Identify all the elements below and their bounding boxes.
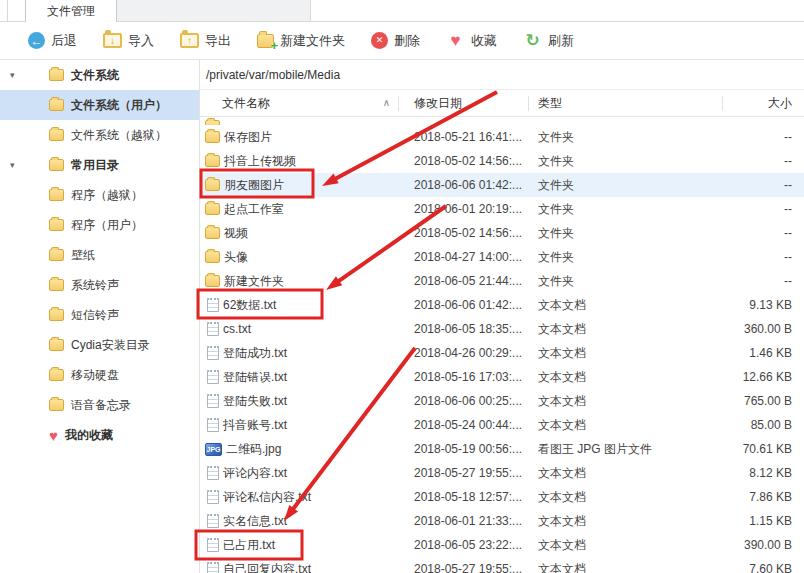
sidebar-item-apps-jailbreak[interactable]: 程序（越狱） [0, 180, 199, 210]
table-row[interactable]: JPG二维码.jpg2018-05-19 00:56:...看图王 JPG 图片… [200, 437, 804, 461]
file-name: 朋友圈图片 [224, 177, 284, 194]
column-header-size[interactable]: 大小 [722, 90, 804, 117]
column-header-date[interactable]: 修改日期 [398, 90, 528, 117]
back-label: 后退 [51, 32, 77, 50]
file-date-cell: 2018-06-05 18:35:... [398, 322, 528, 336]
file-date-cell: 2018-05-21 16:41:... [398, 130, 528, 144]
file-name-cell: 朋友圈图片 [200, 177, 398, 194]
folder-icon [205, 275, 220, 287]
file-name-cell: 评论内容.txt [200, 465, 398, 482]
sidebar-item-my-favorites[interactable]: ♥我的收藏 [0, 420, 199, 450]
tab-file-management[interactable]: 文件管理 [25, 0, 117, 22]
file-size-cell: 8.12 KB [722, 466, 804, 480]
export-label: 导出 [205, 32, 231, 50]
file-date-cell: 2018-06-06 01:42:... [398, 178, 528, 192]
sidebar-item-voice-memos[interactable]: 语音备忘录 [0, 390, 199, 420]
table-row[interactable]: 登陆错误.txt2018-05-16 17:03:...文本文档12.66 KB [200, 365, 804, 389]
sidebar-item-common-dirs[interactable]: ▾常用目录 [0, 150, 199, 180]
file-name: cs.txt [223, 322, 251, 336]
file-name: 新建文件夹 [224, 273, 284, 290]
folder-icon [49, 69, 64, 81]
back-icon: ← [28, 32, 45, 49]
table-row[interactable]: 评论私信内容.txt2018-05-18 12:57:...文本文档7.86 K… [200, 485, 804, 509]
file-name-cell: JPG二维码.jpg [200, 441, 398, 458]
file-name-cell: 抖音上传视频 [200, 153, 398, 170]
delete-button[interactable]: ✕删除 [371, 32, 420, 50]
text-file-icon [207, 490, 219, 504]
table-row[interactable]: 抖音上传视频2018-05-02 14:56:...文件夹-- [200, 149, 804, 173]
file-name: 登陆失败.txt [223, 393, 287, 410]
path-bar[interactable]: /private/var/mobile/Media [200, 60, 804, 90]
sidebar-item-label: 短信铃声 [71, 307, 119, 324]
file-name: 自己回复内容.txt [223, 561, 311, 573]
file-type-cell: 文本文档 [528, 345, 722, 362]
sidebar-item-label: 文件系统（用户） [71, 97, 167, 114]
column-header-type[interactable]: 类型 [528, 90, 722, 117]
export-button[interactable]: ↑导出 [180, 32, 231, 50]
table-row[interactable]: 自己回复内容.txt2018-05-27 19:55:...文本文档7.60 K… [200, 557, 804, 573]
favorite-button[interactable]: ♥收藏 [446, 32, 497, 50]
folder-icon [205, 251, 220, 263]
file-type-cell: 文件夹 [528, 273, 722, 290]
table-row[interactable]: 起点工作室2018-06-01 20:19:...文件夹-- [200, 197, 804, 221]
window-edge [7, 0, 8, 21]
table-row[interactable]: 实名信息.txt2018-06-01 21:33:...文本文档1.15 KB [200, 509, 804, 533]
table-row[interactable]: 抖音账号.txt2018-05-24 00:44:...文本文档85.00 B [200, 413, 804, 437]
folder-icon [49, 219, 64, 231]
tab-empty[interactable] [117, 0, 311, 21]
expander-icon[interactable]: ▾ [10, 70, 24, 80]
folder-icon [205, 203, 220, 215]
file-name: 登陆错误.txt [223, 369, 287, 386]
file-date-cell: 2018-05-02 14:56:... [398, 226, 528, 240]
file-size-cell: 1.46 KB [722, 346, 804, 360]
file-name: 评论私信内容.txt [223, 489, 311, 506]
file-size-cell: -- [722, 130, 804, 144]
table-row[interactable]: cs.txt2018-06-05 18:35:...文本文档360.00 B [200, 317, 804, 341]
back-button[interactable]: ←后退 [28, 32, 77, 50]
toolbar: ←后退↓导入↑导出+新建文件夹✕删除♥收藏↻刷新 [0, 22, 804, 60]
file-size-cell: 12.66 KB [722, 370, 804, 384]
sidebar-item-file-system[interactable]: ▾文件系统 [0, 60, 199, 90]
text-file-icon [207, 538, 219, 552]
sidebar-item-file-system-user[interactable]: 文件系统（用户） [0, 90, 199, 120]
folder-icon [49, 249, 64, 261]
file-size-cell: 7.60 KB [722, 562, 804, 573]
file-name: 评论内容.txt [223, 465, 287, 482]
new-folder-button[interactable]: +新建文件夹 [257, 32, 345, 50]
sidebar-item-file-system-jailbreak[interactable]: 文件系统（越狱） [0, 120, 199, 150]
file-date-cell: 2018-06-06 00:25:... [398, 394, 528, 408]
sidebar-item-apps-user[interactable]: 程序（用户） [0, 210, 199, 240]
file-type-cell: 文件夹 [528, 201, 722, 218]
table-row[interactable]: 视频2018-05-02 14:56:...文件夹-- [200, 221, 804, 245]
file-date-cell: 2018-05-24 00:44:... [398, 418, 528, 432]
new-folder-label: 新建文件夹 [280, 32, 345, 50]
table-row[interactable]: 62数据.txt2018-06-06 01:42:...文本文档9.13 KB [200, 293, 804, 317]
file-type-cell: 文本文档 [528, 369, 722, 386]
table-row[interactable]: 已占用.txt2018-06-05 23:22:...文本文档390.00 B [200, 533, 804, 557]
file-name: 实名信息.txt [223, 513, 287, 530]
text-file-icon [207, 346, 219, 360]
table-row[interactable]: 保存图片2018-05-21 16:41:...文件夹-- [200, 125, 804, 149]
table-row[interactable]: 新建文件夹2018-06-05 21:44:...文件夹-- [200, 269, 804, 293]
table-row[interactable]: 评论内容.txt2018-05-27 19:55:...文本文档8.12 KB [200, 461, 804, 485]
table-row[interactable]: 头像2018-04-27 14:00:...文件夹-- [200, 245, 804, 269]
table-row[interactable]: 朋友圈图片2018-06-06 01:42:...文件夹-- [200, 173, 804, 197]
import-button[interactable]: ↓导入 [103, 32, 154, 50]
expander-icon[interactable]: ▾ [10, 160, 24, 170]
sidebar-item-sms-ringtones[interactable]: 短信铃声 [0, 300, 199, 330]
file-name: 视频 [224, 225, 248, 242]
file-type-cell: 文本文档 [528, 489, 722, 506]
file-name-cell: 自己回复内容.txt [200, 561, 398, 573]
table-row[interactable]: 登陆成功.txt2018-04-26 00:29:...文本文档1.46 KB [200, 341, 804, 365]
sidebar-item-system-ringtones[interactable]: 系统铃声 [0, 270, 199, 300]
sidebar-item-cydia-install-dir[interactable]: Cydia安装目录 [0, 330, 199, 360]
file-name-cell: 登陆错误.txt [200, 369, 398, 386]
folder-icon [205, 227, 220, 239]
file-name: 抖音上传视频 [224, 153, 296, 170]
column-header-name[interactable]: 文件名称 ∧ [200, 90, 398, 117]
table-row[interactable]: 登陆失败.txt2018-06-06 00:25:...文本文档765.00 B [200, 389, 804, 413]
sidebar-item-wallpaper[interactable]: 壁纸 [0, 240, 199, 270]
table-row-partial[interactable] [200, 117, 804, 125]
refresh-button[interactable]: ↻刷新 [523, 32, 574, 50]
sidebar-item-external-drive[interactable]: 移动硬盘 [0, 360, 199, 390]
